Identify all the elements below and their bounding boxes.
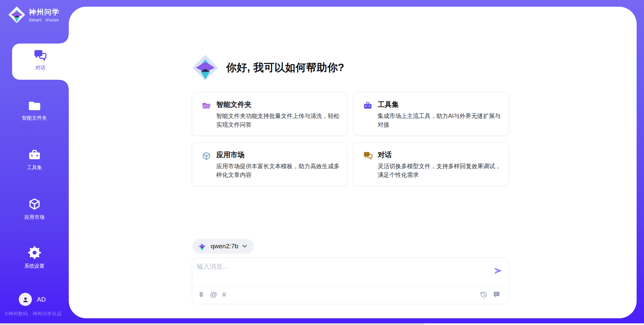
tab-fillet-top <box>60 35 69 44</box>
card-description: 灵活切换多模型文件，支持多样回复效果调试，满足个性化需求 <box>378 162 504 179</box>
user-profile[interactable]: AD <box>19 293 46 306</box>
model-name: qwen2:7b <box>211 243 238 250</box>
greeting-block: 你好, 我可以如何帮助你? <box>192 54 344 82</box>
chat-bubbles-icon <box>363 151 373 160</box>
app-subtitle: Smart Vision <box>29 18 60 22</box>
app-window: 神州问学 Smart Vision 对话 智能文件夹 工具集 <box>0 0 644 325</box>
avatar <box>19 293 32 306</box>
app-title: 神州问学 <box>29 7 60 17</box>
card-title: 工具集 <box>378 100 399 109</box>
sidebar-item-settings[interactable]: 系统设置 <box>0 246 69 269</box>
message-composer: @ # <box>192 257 509 304</box>
composer-tools-right <box>480 290 500 299</box>
sidebar-item-app-market[interactable]: 应用市场 <box>0 198 69 220</box>
hashtag-icon[interactable]: # <box>222 290 226 299</box>
chevron-down-icon <box>242 245 247 248</box>
cube-icon <box>28 198 41 210</box>
folder-open-icon <box>202 101 211 110</box>
card-description: 应用市场提供丰富长文本模板，助力高效生成多样化文章内容 <box>216 162 343 179</box>
person-icon <box>21 296 30 304</box>
horizontal-scrollbar[interactable] <box>0 323 644 325</box>
attachment-icon[interactable] <box>198 290 205 299</box>
card-app-market[interactable]: 应用市场 应用市场提供丰富长文本模板，助力高效生成多样化文章内容 <box>192 142 347 186</box>
card-description: 智能文件夹功能支持批量文件上传与清洗，轻松实现文件问答 <box>216 112 343 129</box>
card-description: 集成市场上主流工具，助力AI与外界无缝扩展与对接 <box>378 112 504 129</box>
gear-icon <box>28 246 41 259</box>
user-initials: AD <box>37 296 46 303</box>
toolbox-icon <box>363 101 372 110</box>
send-icon[interactable] <box>493 266 503 276</box>
briefcase-icon <box>28 149 41 161</box>
chat-bubbles-icon <box>34 49 48 62</box>
sidebar-item-label: 应用市场 <box>0 214 69 220</box>
greeting-title: 你好, 我可以如何帮助你? <box>226 61 344 75</box>
card-title: 智能文件夹 <box>216 100 252 109</box>
tab-fillet-bottom <box>60 80 69 88</box>
sidebar-item-label: 系统设置 <box>0 263 69 269</box>
message-input[interactable] <box>197 262 485 283</box>
card-smart-folder[interactable]: 智能文件夹 智能文件夹功能支持批量文件上传与清洗，轻松实现文件问答 <box>192 92 347 136</box>
folder-icon <box>28 100 41 111</box>
card-title: 对话 <box>378 150 392 159</box>
sidebar-item-chat[interactable]: 对话 <box>12 44 69 80</box>
app-logo: 神州问学 Smart Vision <box>8 6 60 23</box>
card-title: 应用市场 <box>216 150 245 159</box>
logo-diamond-icon <box>8 6 25 23</box>
sidebar-item-label: 工具集 <box>0 165 69 171</box>
card-toolset[interactable]: 工具集 集成市场上主流工具，助力AI与外界无缝扩展与对接 <box>353 92 509 136</box>
sidebar-item-label: 智能文件夹 <box>0 115 69 121</box>
scrollbar-thumb[interactable] <box>0 323 424 325</box>
model-selector[interactable]: qwen2:7b <box>193 239 254 254</box>
logo-diamond-icon <box>192 54 219 81</box>
card-chat[interactable]: 对话 灵活切换多模型文件，支持多样回复效果调试，满足个性化需求 <box>353 142 509 186</box>
mention-icon[interactable]: @ <box>210 290 217 299</box>
copyright-text: ©神州数码 · 神州问学出品 <box>5 311 62 317</box>
sidebar-item-label: 对话 <box>12 65 69 71</box>
sidebar-item-smart-folder[interactable]: 智能文件夹 <box>0 100 69 121</box>
app-market-icon <box>202 151 211 160</box>
comment-icon[interactable] <box>493 290 500 299</box>
feature-cards: 智能文件夹 智能文件夹功能支持批量文件上传与清洗，轻松实现文件问答 工具集 集成… <box>192 92 509 186</box>
logo-diamond-icon <box>198 242 207 251</box>
composer-tools-left: @ # <box>198 290 226 299</box>
history-icon[interactable] <box>480 290 488 299</box>
composer-divider <box>192 286 508 286</box>
sidebar-item-toolset[interactable]: 工具集 <box>0 149 69 171</box>
